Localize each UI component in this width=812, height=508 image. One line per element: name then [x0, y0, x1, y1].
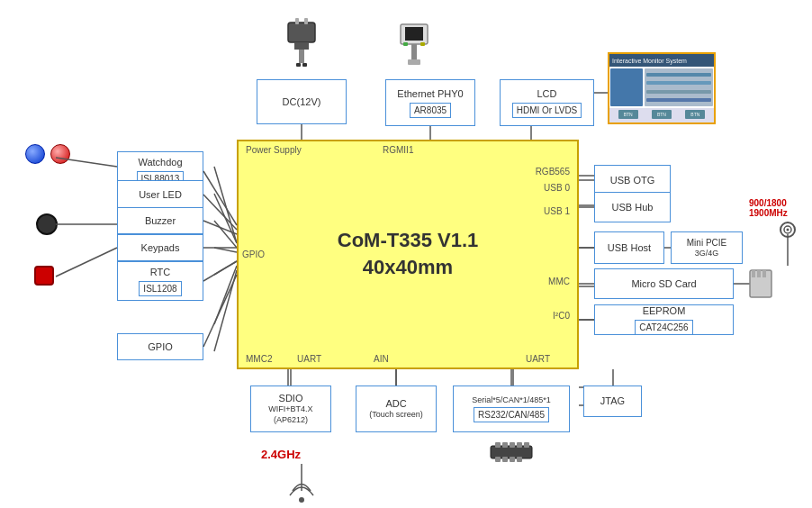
label-rgb565: RGB565	[536, 167, 570, 177]
usb-hub-box: USB Hub	[594, 192, 671, 222]
svg-rect-49	[495, 442, 501, 448]
ap6212-label: (AP6212)	[274, 415, 308, 426]
touch-label: (Touch screen)	[369, 410, 423, 421]
serial-can-label: Serial*5/CAN*1/485*1	[472, 395, 551, 406]
micro-sd-label: Micro SD Card	[631, 277, 696, 290]
label-uart-left: UART	[297, 354, 321, 364]
sd-card-icon	[745, 268, 781, 303]
usb-otg-box: USB OTG	[594, 165, 671, 195]
micro-sd-box: Micro SD Card	[594, 268, 734, 299]
svg-point-41	[787, 229, 789, 231]
buzzer-box: Buzzer	[117, 207, 203, 234]
mini-pcie-box: Mini PCIE 3G/4G	[671, 231, 743, 264]
svg-line-20	[214, 248, 237, 252]
keypads-box: Keypads	[117, 234, 203, 261]
ethernet-port-icon	[396, 20, 432, 72]
cpu-name: CoM-T335 V1.1	[338, 229, 479, 251]
svg-rect-27	[299, 50, 304, 63]
adc-touch-box: ADC (Touch screen)	[356, 386, 437, 432]
rtc-box: RTC ISL1208	[117, 261, 203, 301]
isl1208-label: ISL1208	[139, 281, 181, 296]
svg-rect-26	[294, 42, 309, 50]
jtag-label: JTAG	[600, 395, 625, 407]
ethernet-phy0-label: Ethernet PHY0	[397, 87, 463, 100]
mini-pcie-label: Mini PCIE	[687, 237, 726, 249]
svg-rect-44	[757, 270, 761, 277]
svg-line-65	[203, 261, 237, 281]
mhz-900-text: 900/1800	[749, 198, 788, 208]
usb-host-label: USB Host	[608, 241, 651, 254]
sdio-label: SDIO	[279, 392, 303, 404]
buzzer-icon	[36, 213, 58, 235]
svg-point-47	[299, 497, 304, 503]
serial-can-box: Serial*5/CAN*1/485*1 RS232/CAN/485	[453, 386, 570, 432]
cellular-antenna-icon	[774, 216, 801, 270]
svg-rect-45	[762, 270, 766, 277]
svg-line-17	[214, 167, 237, 243]
ethernet-phy0-box: Ethernet PHY0 AR8035	[385, 79, 475, 126]
svg-line-60	[203, 195, 237, 230]
monitor-display: Interactive Monitor System BTN BTN BTN	[608, 52, 716, 124]
svg-line-19	[214, 221, 237, 248]
buzzer-label: Buzzer	[145, 214, 176, 227]
rs232-label: RS232/CAN/485	[474, 407, 549, 422]
dc12v-box: DC(12V)	[257, 79, 347, 124]
gpio-box: GPIO	[117, 333, 203, 360]
svg-line-66	[203, 275, 237, 347]
label-usb0: USB 0	[544, 183, 570, 193]
svg-rect-53	[524, 442, 529, 448]
led-blue-icon	[25, 144, 45, 164]
user-led-label: User LED	[139, 188, 182, 201]
svg-rect-33	[405, 27, 423, 41]
svg-rect-57	[517, 457, 522, 462]
label-usb1: USB 1	[544, 206, 570, 216]
cat24c256-label: CAT24C256	[635, 320, 692, 335]
mini-pcie-sub: 3G/4G	[695, 249, 719, 259]
block-diagram: CoM-T335 V1.1 40x40mm Power Supply RGMII…	[0, 0, 812, 508]
rtc-label: RTC	[150, 266, 170, 278]
svg-rect-55	[502, 457, 508, 462]
label-power-supply: Power Supply	[246, 145, 302, 155]
keypads-label: Keypads	[141, 241, 180, 254]
jtag-box: JTAG	[583, 386, 642, 417]
svg-rect-29	[302, 63, 307, 67]
svg-line-59	[203, 171, 237, 225]
svg-rect-50	[502, 442, 508, 448]
eeprom-label: EEPROM	[643, 304, 686, 317]
svg-rect-51	[510, 442, 515, 448]
power-adapter-icon	[275, 18, 329, 72]
svg-rect-54	[495, 457, 501, 462]
svg-rect-30	[295, 18, 299, 24]
gpio-box-label: GPIO	[148, 340, 173, 353]
sdio-wifi-box: SDIO WIFI+BT4.X (AP6212)	[250, 386, 331, 432]
cpu-title: CoM-T335 V1.1 40x40mm	[338, 227, 479, 283]
wifi-antenna-icon	[288, 459, 315, 504]
cpu-box: CoM-T335 V1.1 40x40mm Power Supply RGMII…	[237, 140, 579, 369]
lcd-label: LCD	[537, 87, 556, 100]
label-rgmii1: RGMII1	[383, 145, 413, 155]
svg-rect-31	[304, 18, 308, 24]
svg-line-22	[214, 266, 237, 324]
led-red-icon	[50, 144, 70, 164]
eeprom-box: EEPROM CAT24C256	[594, 304, 734, 335]
usb-host-box: USB Host	[594, 231, 664, 264]
svg-rect-52	[517, 442, 522, 448]
svg-line-18	[214, 194, 237, 243]
dc12v-label: DC(12V)	[283, 95, 321, 108]
cpu-size: 40x40mm	[363, 257, 453, 279]
label-ain: AIN	[374, 354, 389, 364]
svg-rect-35	[420, 42, 425, 46]
svg-rect-28	[296, 63, 301, 67]
svg-rect-34	[403, 42, 408, 46]
label-i2c0: I²C0	[553, 311, 570, 321]
freq-900-label: 900/1800 1900MHz	[749, 198, 788, 218]
serial-connector-icon	[489, 439, 534, 469]
usb-hub-label: USB Hub	[612, 201, 654, 213]
svg-line-21	[214, 261, 237, 275]
svg-rect-48	[491, 446, 532, 458]
adc-label: ADC	[385, 397, 406, 410]
label-mmc: MMC	[548, 277, 570, 286]
keypad-icon	[34, 266, 54, 286]
wifi-bt-label: WIFI+BT4.X	[268, 404, 312, 415]
svg-line-63	[56, 248, 117, 277]
